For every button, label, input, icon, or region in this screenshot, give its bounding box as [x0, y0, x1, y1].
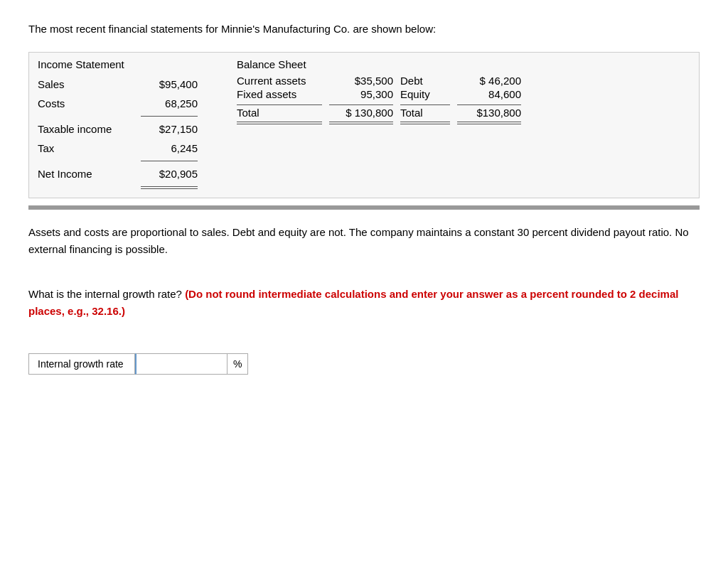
net-income-value: $20,905	[141, 164, 198, 183]
percent-symbol: %	[228, 353, 248, 375]
tax-value: 6,245	[141, 139, 198, 158]
income-statement-title: Income Statement	[38, 58, 223, 70]
gray-divider-bar	[28, 205, 700, 210]
internal-growth-rate-input[interactable]	[135, 353, 228, 375]
tax-underline	[141, 161, 198, 161]
intro-text: The most recent financial statements for…	[28, 21, 700, 38]
income-statement-panel: Income Statement Sales $95,400 Costs 68,…	[38, 58, 223, 192]
fixed-assets-value: 95,300	[329, 88, 393, 100]
table-row: Taxable income $27,150	[38, 119, 223, 139]
table-row: Sales $95,400	[38, 75, 223, 94]
balance-sheet-grid: Current assets $35,500 Debt $ 46,200 Fix…	[237, 75, 690, 124]
answer-section: Internal growth rate %	[28, 353, 700, 375]
sales-value: $95,400	[141, 75, 198, 94]
table-row: Costs 68,250	[38, 94, 223, 113]
total-assets-value: $ 130,800	[329, 107, 393, 119]
equity-value: 84,600	[457, 88, 521, 100]
taxable-income-value: $27,150	[141, 119, 198, 139]
current-assets-label: Current assets	[237, 75, 322, 87]
balance-sheet-title: Balance Sheet	[237, 58, 690, 70]
balance-sheet-panel: Balance Sheet Current assets $35,500 Deb…	[237, 58, 690, 192]
debt-value: $ 46,200	[457, 75, 521, 87]
costs-value: 68,250	[141, 94, 198, 113]
net-income-double-underline	[141, 186, 198, 189]
total-assets-label: Total	[237, 107, 322, 119]
costs-underline	[141, 116, 198, 117]
tax-label: Tax	[38, 139, 141, 158]
table-row: Tax 6,245	[38, 139, 223, 158]
question-line: What is the internal growth rate? (Do no…	[28, 286, 700, 320]
debt-label: Debt	[400, 75, 450, 87]
sales-label: Sales	[38, 75, 141, 94]
taxable-income-label: Taxable income	[38, 119, 141, 139]
financial-statements-container: Income Statement Sales $95,400 Costs 68,…	[28, 52, 700, 198]
total-liab-value: $130,800	[457, 107, 521, 119]
current-assets-value: $35,500	[329, 75, 393, 87]
description-text: Assets and costs are proportional to sal…	[28, 224, 700, 258]
net-income-label: Net Income	[38, 164, 141, 183]
total-liab-label: Total	[400, 107, 450, 119]
question-text-plain: What is the internal growth rate?	[28, 288, 182, 300]
answer-label: Internal growth rate	[28, 353, 135, 375]
table-row: Net Income $20,905	[38, 164, 223, 183]
question-section: What is the internal growth rate? (Do no…	[28, 286, 700, 320]
description-section: Assets and costs are proportional to sal…	[28, 224, 700, 258]
fixed-assets-label: Fixed assets	[237, 88, 322, 100]
equity-label: Equity	[400, 88, 450, 100]
costs-label: Costs	[38, 94, 141, 113]
